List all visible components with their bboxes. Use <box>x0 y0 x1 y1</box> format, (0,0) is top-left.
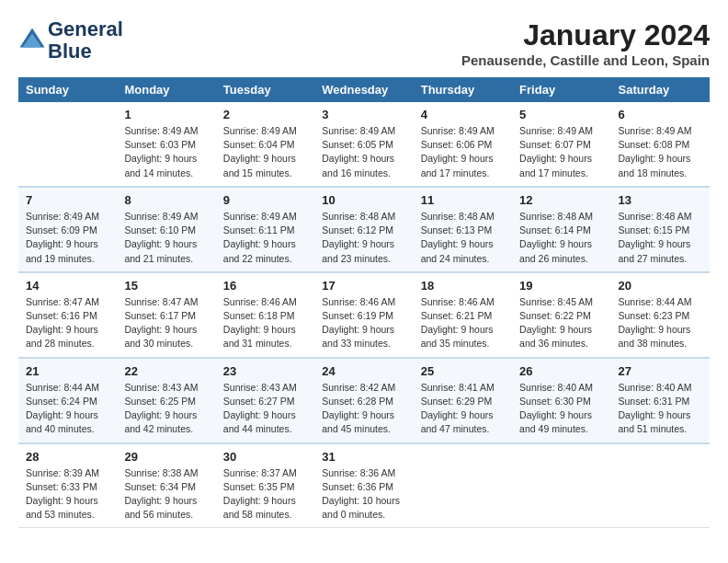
calendar-day-cell: 6Sunrise: 8:49 AMSunset: 6:08 PMDaylight… <box>611 102 710 187</box>
day-info: Sunrise: 8:44 AMSunset: 6:24 PMDaylight:… <box>26 381 109 437</box>
day-info: Sunrise: 8:49 AMSunset: 6:10 PMDaylight:… <box>124 210 208 266</box>
day-number: 19 <box>519 279 603 293</box>
calendar-week-row: 1Sunrise: 8:49 AMSunset: 6:03 PMDaylight… <box>18 102 710 187</box>
calendar-day-cell: 16Sunrise: 8:46 AMSunset: 6:18 PMDayligh… <box>216 272 314 358</box>
calendar-day-cell: 28Sunrise: 8:39 AMSunset: 6:33 PMDayligh… <box>18 443 117 528</box>
title-block: January 2024 Penausende, Castille and Le… <box>461 18 710 68</box>
calendar-day-cell: 27Sunrise: 8:40 AMSunset: 6:31 PMDayligh… <box>611 358 710 443</box>
calendar-day-cell: 23Sunrise: 8:43 AMSunset: 6:27 PMDayligh… <box>216 358 314 443</box>
calendar-day-cell: 29Sunrise: 8:38 AMSunset: 6:34 PMDayligh… <box>117 443 215 528</box>
calendar-table: SundayMondayTuesdayWednesdayThursdayFrid… <box>18 77 710 528</box>
calendar-day-cell: 19Sunrise: 8:45 AMSunset: 6:22 PMDayligh… <box>512 272 610 358</box>
calendar-day-cell: 21Sunrise: 8:44 AMSunset: 6:24 PMDayligh… <box>18 358 117 443</box>
day-info: Sunrise: 8:40 AMSunset: 6:31 PMDaylight:… <box>619 381 702 437</box>
day-number: 7 <box>26 193 109 207</box>
weekday-header-friday: Friday <box>512 77 610 102</box>
day-info: Sunrise: 8:39 AMSunset: 6:33 PMDaylight:… <box>26 466 109 523</box>
day-info: Sunrise: 8:46 AMSunset: 6:18 PMDaylight:… <box>223 295 307 351</box>
day-number: 18 <box>421 279 505 293</box>
day-number: 14 <box>26 279 109 293</box>
calendar-day-cell: 15Sunrise: 8:47 AMSunset: 6:17 PMDayligh… <box>117 272 215 358</box>
weekday-header-row: SundayMondayTuesdayWednesdayThursdayFrid… <box>18 77 710 102</box>
logo: General Blue <box>18 18 123 63</box>
calendar-day-cell: 8Sunrise: 8:49 AMSunset: 6:10 PMDaylight… <box>117 187 215 272</box>
calendar-day-cell <box>414 443 512 528</box>
calendar-week-row: 7Sunrise: 8:49 AMSunset: 6:09 PMDaylight… <box>18 187 710 272</box>
day-info: Sunrise: 8:41 AMSunset: 6:29 PMDaylight:… <box>421 381 505 437</box>
day-number: 13 <box>619 193 702 207</box>
day-number: 25 <box>421 364 505 378</box>
day-number: 26 <box>519 364 603 378</box>
day-info: Sunrise: 8:48 AMSunset: 6:15 PMDaylight:… <box>619 210 702 266</box>
day-info: Sunrise: 8:49 AMSunset: 6:11 PMDaylight:… <box>223 210 307 266</box>
calendar-day-cell: 18Sunrise: 8:46 AMSunset: 6:21 PMDayligh… <box>414 272 512 358</box>
day-number: 9 <box>223 193 307 207</box>
day-number: 22 <box>124 364 208 378</box>
day-number: 3 <box>322 108 405 121</box>
day-info: Sunrise: 8:44 AMSunset: 6:23 PMDaylight:… <box>619 295 702 351</box>
day-info: Sunrise: 8:49 AMSunset: 6:07 PMDaylight:… <box>519 124 603 180</box>
calendar-day-cell: 2Sunrise: 8:49 AMSunset: 6:04 PMDaylight… <box>216 102 314 187</box>
calendar-day-cell: 3Sunrise: 8:49 AMSunset: 6:05 PMDaylight… <box>314 102 413 187</box>
day-info: Sunrise: 8:40 AMSunset: 6:30 PMDaylight:… <box>519 381 603 437</box>
day-info: Sunrise: 8:36 AMSunset: 6:36 PMDaylight:… <box>322 466 405 523</box>
calendar-day-cell <box>512 443 610 528</box>
logo-icon <box>18 27 46 54</box>
day-number: 24 <box>322 364 405 378</box>
day-number: 21 <box>26 364 109 378</box>
calendar-day-cell: 24Sunrise: 8:42 AMSunset: 6:28 PMDayligh… <box>314 358 413 443</box>
day-info: Sunrise: 8:38 AMSunset: 6:34 PMDaylight:… <box>124 466 208 523</box>
day-number: 30 <box>223 450 307 464</box>
calendar-day-cell: 22Sunrise: 8:43 AMSunset: 6:25 PMDayligh… <box>117 358 215 443</box>
calendar-day-cell: 7Sunrise: 8:49 AMSunset: 6:09 PMDaylight… <box>18 187 117 272</box>
day-number: 11 <box>421 193 505 207</box>
calendar-day-cell <box>611 443 710 528</box>
weekday-header-thursday: Thursday <box>414 77 512 102</box>
calendar-day-cell: 20Sunrise: 8:44 AMSunset: 6:23 PMDayligh… <box>611 272 710 358</box>
calendar-week-row: 14Sunrise: 8:47 AMSunset: 6:16 PMDayligh… <box>18 272 710 358</box>
day-number: 5 <box>519 108 603 121</box>
day-info: Sunrise: 8:49 AMSunset: 6:09 PMDaylight:… <box>26 210 109 266</box>
day-info: Sunrise: 8:49 AMSunset: 6:05 PMDaylight:… <box>322 124 405 180</box>
calendar-day-cell: 9Sunrise: 8:49 AMSunset: 6:11 PMDaylight… <box>216 187 314 272</box>
day-number: 31 <box>322 450 405 464</box>
day-info: Sunrise: 8:47 AMSunset: 6:16 PMDaylight:… <box>26 295 109 351</box>
calendar-day-cell: 1Sunrise: 8:49 AMSunset: 6:03 PMDaylight… <box>117 102 215 187</box>
calendar-day-cell: 12Sunrise: 8:48 AMSunset: 6:14 PMDayligh… <box>512 187 610 272</box>
day-info: Sunrise: 8:47 AMSunset: 6:17 PMDaylight:… <box>124 295 208 351</box>
day-info: Sunrise: 8:46 AMSunset: 6:19 PMDaylight:… <box>322 295 405 351</box>
day-number: 16 <box>223 279 307 293</box>
weekday-header-saturday: Saturday <box>611 77 710 102</box>
day-info: Sunrise: 8:49 AMSunset: 6:06 PMDaylight:… <box>421 124 505 180</box>
calendar-day-cell: 13Sunrise: 8:48 AMSunset: 6:15 PMDayligh… <box>611 187 710 272</box>
calendar-day-cell: 4Sunrise: 8:49 AMSunset: 6:06 PMDaylight… <box>414 102 512 187</box>
day-number: 23 <box>223 364 307 378</box>
logo-line1: General <box>48 18 123 40</box>
day-info: Sunrise: 8:43 AMSunset: 6:25 PMDaylight:… <box>124 381 208 437</box>
calendar-day-cell: 26Sunrise: 8:40 AMSunset: 6:30 PMDayligh… <box>512 358 610 443</box>
calendar-day-cell <box>18 102 117 187</box>
day-number: 28 <box>26 450 109 464</box>
day-number: 4 <box>421 108 505 121</box>
day-info: Sunrise: 8:49 AMSunset: 6:04 PMDaylight:… <box>223 124 307 180</box>
day-number: 6 <box>619 108 702 121</box>
day-info: Sunrise: 8:42 AMSunset: 6:28 PMDaylight:… <box>322 381 405 437</box>
logo-line2: Blue <box>48 40 123 63</box>
day-info: Sunrise: 8:48 AMSunset: 6:13 PMDaylight:… <box>421 210 505 266</box>
day-number: 12 <box>519 193 603 207</box>
calendar-day-cell: 17Sunrise: 8:46 AMSunset: 6:19 PMDayligh… <box>314 272 413 358</box>
day-number: 27 <box>619 364 702 378</box>
day-info: Sunrise: 8:46 AMSunset: 6:21 PMDaylight:… <box>421 295 505 351</box>
weekday-header-sunday: Sunday <box>18 77 117 102</box>
day-number: 8 <box>124 193 208 207</box>
calendar-day-cell: 31Sunrise: 8:36 AMSunset: 6:36 PMDayligh… <box>314 443 413 528</box>
weekday-header-wednesday: Wednesday <box>314 77 413 102</box>
weekday-header-tuesday: Tuesday <box>216 77 314 102</box>
day-number: 1 <box>124 108 208 121</box>
day-number: 29 <box>124 450 208 464</box>
day-info: Sunrise: 8:45 AMSunset: 6:22 PMDaylight:… <box>519 295 603 351</box>
day-number: 2 <box>223 108 307 121</box>
month-year: January 2024 <box>461 18 710 52</box>
day-number: 20 <box>619 279 702 293</box>
day-info: Sunrise: 8:43 AMSunset: 6:27 PMDaylight:… <box>223 381 307 437</box>
